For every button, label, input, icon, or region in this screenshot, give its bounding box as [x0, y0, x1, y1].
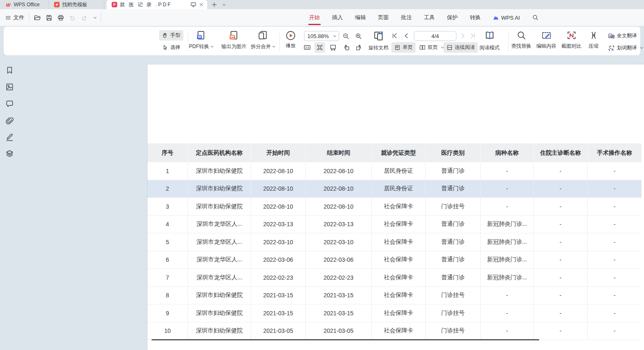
monitor-share-icon[interactable]: [190, 2, 196, 8]
tab-label: 找稻壳模板: [62, 1, 87, 8]
hand-tool-button[interactable]: 手型: [159, 30, 183, 41]
table-cell: -: [588, 233, 641, 251]
sidebar-attachments-button[interactable]: [5, 116, 15, 125]
actual-size-button[interactable]: 1:1: [302, 42, 312, 53]
single-page-button[interactable]: 单页: [391, 42, 416, 53]
continuous-reading-label: 连续阅读: [455, 44, 475, 51]
sidebar-layers-button[interactable]: [5, 149, 15, 158]
quick-access-chevron-icon[interactable]: [94, 15, 96, 18]
file-menu-button[interactable]: 文件: [5, 14, 24, 21]
table-cell: 2021-03-15: [251, 287, 306, 304]
save-icon[interactable]: [46, 14, 53, 21]
menu-insert[interactable]: 插入: [332, 9, 343, 26]
first-page-icon[interactable]: [392, 33, 398, 39]
menu-wps-ai[interactable]: WPS AI: [493, 15, 520, 21]
edit-content-button[interactable]: 编辑内容: [535, 31, 558, 50]
play-button[interactable]: 播放: [282, 31, 299, 49]
compress-button[interactable]: 压缩: [585, 31, 602, 50]
table-row[interactable]: 1深圳市妇幼保健院2022-08-102022-08-10居民身份证普通门诊--…: [147, 162, 641, 180]
table-row[interactable]: 4深圳市龙华区人...2022-03-132022-03-13社会保障卡普通门诊…: [147, 216, 641, 234]
zoom-level-combobox[interactable]: 105.88%: [304, 31, 339, 41]
rotate-document-button[interactable]: [365, 30, 391, 41]
redo-icon[interactable]: [81, 14, 88, 21]
table-cell: 社会保障卡: [372, 304, 426, 322]
rotate-right-button[interactable]: [354, 42, 364, 53]
zoom-out-icon[interactable]: [342, 33, 350, 40]
find-replace-icon: [517, 31, 526, 40]
chevron-down-icon: [333, 34, 336, 37]
next-page-icon[interactable]: [460, 33, 466, 39]
menu-protect[interactable]: 保护: [447, 9, 458, 26]
continuous-reading-button[interactable]: 连续阅读: [444, 42, 478, 53]
full-text-translate-button[interactable]: A 全文翻译: [605, 31, 640, 41]
close-tab-icon[interactable]: [199, 2, 204, 7]
double-page-button[interactable]: 双页: [416, 42, 446, 53]
table-cell: -: [534, 304, 588, 322]
column-header: 就诊凭证类型: [372, 143, 426, 162]
sidebar-bookmark-button[interactable]: [5, 66, 15, 75]
read-mode-label[interactable]: 阅读模式: [477, 44, 502, 51]
table-cell: 深圳市龙华区人...: [188, 233, 251, 251]
table-row[interactable]: 3深圳市妇幼保健院2022-08-102022-08-10社会保障卡门诊挂号--…: [147, 198, 641, 216]
rotate-document-label[interactable]: 旋转文档: [365, 44, 391, 51]
previous-page-icon[interactable]: [403, 33, 409, 39]
menu-tools[interactable]: 工具: [424, 9, 435, 26]
pdf-page[interactable]: 序号定点医药机构名称开始时间结束时间就诊凭证类型医疗类别病种名称住院主诊断名称手…: [147, 64, 644, 350]
table-row[interactable]: 6深圳市龙华区人...2022-03-062022-03-06社会保障卡普通门诊…: [147, 251, 641, 269]
screenshot-compare-button[interactable]: 截图对比: [560, 31, 583, 50]
comment-icon: [5, 100, 14, 108]
table-cell: -: [588, 269, 641, 286]
table-row[interactable]: 2深圳市妇幼保健院2022-08-102022-08-10居民身份证普通门诊--…: [147, 180, 641, 198]
menu-edit[interactable]: 编辑: [355, 9, 366, 26]
wps-logo-icon: W: [5, 2, 11, 8]
table-bottom-border: [152, 339, 539, 340]
rotate-left-button[interactable]: [341, 42, 352, 53]
table-cell: -: [534, 322, 588, 340]
table-cell: -: [481, 180, 534, 198]
actual-size-icon: 1:1: [304, 44, 311, 51]
select-tool-button[interactable]: 选择: [159, 42, 183, 53]
file-menu-label: 文件: [13, 14, 24, 21]
pdf-convert-button[interactable]: W PDF转换: [186, 30, 216, 50]
fit-width-button[interactable]: [328, 42, 338, 53]
split-merge-button[interactable]: 拆分合并: [248, 30, 278, 50]
find-replace-button[interactable]: 查找替换: [510, 31, 533, 50]
tab-list-chevron-icon[interactable]: [223, 3, 226, 5]
table-row[interactable]: 10深圳市妇幼保健院2021-03-052021-03-05社会保障卡门诊挂号-…: [147, 322, 641, 340]
menu-home[interactable]: 开始: [309, 9, 320, 26]
sidebar-thumbnails-button[interactable]: [5, 82, 15, 92]
menu-page[interactable]: 页面: [378, 9, 389, 26]
table-cell: -: [588, 180, 641, 198]
table-row[interactable]: 9深圳市妇幼保健院2021-03-152021-03-15社会保障卡门诊挂号--…: [147, 304, 641, 322]
undo-icon[interactable]: [69, 14, 76, 21]
separator: [29, 13, 29, 22]
tab-docer-templates[interactable]: 找稻壳模板: [49, 0, 104, 9]
open-folder-icon[interactable]: [34, 14, 41, 21]
export-image-button[interactable]: 输出为图片: [218, 30, 250, 50]
svg-text:A: A: [609, 34, 611, 37]
zoom-in-icon[interactable]: [355, 33, 362, 40]
word-translate-button[interactable]: A 划词翻译: [605, 43, 644, 53]
menu-annotate[interactable]: 批注: [401, 9, 412, 26]
menu-convert[interactable]: 转换: [470, 9, 481, 26]
tab-medical-record-pdf[interactable]: P 就 医 记 录 .PDF: [106, 0, 207, 9]
sidebar-signature-button[interactable]: [5, 133, 15, 142]
read-mode-button[interactable]: [477, 30, 502, 41]
find-replace-label: 查找替换: [510, 43, 533, 50]
menu-search-icon[interactable]: [532, 14, 539, 21]
double-page-icon: [419, 44, 426, 51]
svg-text:1:1: 1:1: [305, 46, 309, 49]
table-row[interactable]: 7深圳市龙华区人...2022-02-232022-02-23社会保障卡普通门诊…: [147, 269, 641, 287]
table-row[interactable]: 5深圳市龙华区人...2022-03-102022-03-10社会保障卡普通门诊…: [147, 233, 641, 251]
table-row[interactable]: 8深圳市妇幼保健院2021-03-152021-03-15社会保障卡门诊挂号--…: [147, 287, 641, 305]
print-icon[interactable]: [57, 14, 64, 21]
tab-wps-office[interactable]: W WPS Office: [0, 0, 49, 9]
new-tab-plus-icon[interactable]: [211, 2, 217, 8]
single-page-label: 单页: [403, 44, 413, 51]
page-indicator-input[interactable]: [414, 31, 456, 41]
signature-pen-icon: [5, 133, 14, 141]
compress-icon: [589, 31, 598, 40]
sidebar-comments-button[interactable]: [5, 99, 15, 108]
fit-page-button[interactable]: [314, 42, 325, 53]
last-page-icon[interactable]: [470, 33, 476, 39]
